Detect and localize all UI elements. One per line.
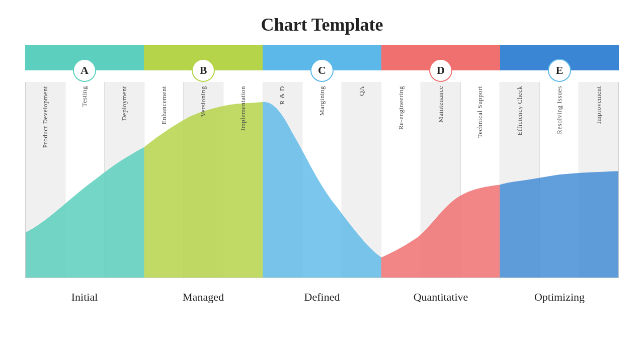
col-efficiency-check: Efficiency Check [500, 82, 540, 278]
col-improvement: Improvement [579, 82, 618, 278]
segment-header-c: C [263, 45, 381, 70]
col-re-engineering: Re-engineering [381, 82, 421, 278]
col-r-and-d: R & D [263, 82, 303, 278]
page-title: Chart Template [0, 0, 644, 45]
col-label-margining: Margining [318, 86, 326, 118]
col-label-versioning: Versioning [199, 86, 207, 119]
col-label-resolving-issues: Resolving Issues [555, 86, 564, 137]
col-resolving-issues: Resolving Issues [540, 82, 580, 278]
bottom-label-defined: Defined [263, 282, 381, 312]
col-product-development: Product Development [26, 82, 65, 278]
top-bars: A B C D E [25, 45, 619, 70]
chart-container: A B C D E Product Development Testing De… [25, 45, 619, 327]
bottom-label-managed: Managed [144, 282, 263, 312]
col-label-technical-support: Technical Support [476, 86, 484, 140]
col-label-re-engineering: Re-engineering [397, 86, 405, 132]
col-technical-support: Technical Support [461, 82, 501, 278]
col-label-implementation: Implementation [239, 86, 247, 133]
col-deployment: Deployment [105, 82, 144, 278]
col-testing: Testing [65, 82, 105, 278]
circle-c: C [310, 59, 334, 82]
col-label-enhancement: Enhancement [160, 86, 168, 127]
col-label-product-development: Product Development [41, 86, 49, 150]
col-label-maintenance: Maintenance [437, 86, 445, 125]
circle-b: B [192, 59, 215, 82]
col-label-improvement: Improvement [595, 86, 603, 127]
col-label-r-and-d: R & D [278, 86, 286, 107]
col-enhancement: Enhancement [144, 82, 184, 278]
bottom-labels: Initial Managed Defined Quantitative Opt… [25, 282, 619, 312]
segment-header-e: E [500, 45, 619, 70]
circle-e: E [548, 59, 571, 82]
col-label-testing: Testing [80, 86, 89, 110]
circle-a: A [73, 59, 96, 82]
col-qa: QA [342, 82, 382, 278]
segment-header-d-label: D [429, 59, 452, 82]
bottom-label-initial: Initial [25, 282, 144, 312]
segment-header-a: A [25, 45, 144, 70]
main-chart-area: Product Development Testing Deployment E… [25, 82, 619, 278]
col-margining: Margining [302, 82, 342, 278]
col-label-efficiency-check: Efficiency Check [516, 86, 524, 138]
col-versioning: Versioning [184, 82, 223, 278]
col-implementation: Implementation [223, 82, 263, 278]
col-label-qa: QA [358, 86, 366, 99]
col-label-deployment: Deployment [120, 86, 128, 123]
segment-header-b: B [144, 45, 263, 70]
segment-header-d: D [381, 45, 500, 70]
col-maintenance: Maintenance [421, 82, 461, 278]
bottom-label-optimizing: Optimizing [500, 282, 619, 312]
bottom-label-quantitative: Quantitative [381, 282, 500, 312]
